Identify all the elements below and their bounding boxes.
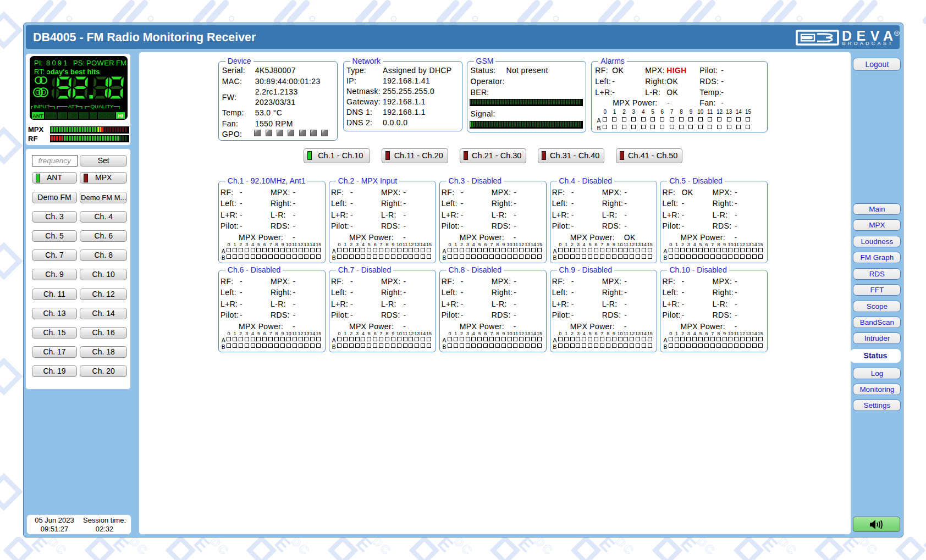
svg-text:BROADCAST: BROADCAST — [842, 41, 894, 46]
svg-text:DC: DC — [370, 537, 394, 558]
svg-text:E: E — [758, 537, 782, 556]
svg-text:E: E — [190, 537, 214, 556]
svg-text:E: E — [596, 537, 619, 556]
svg-text:DC: DC — [288, 537, 312, 558]
svg-text:E: E — [677, 537, 701, 556]
svg-text:INPUT: INPUT — [34, 103, 49, 109]
svg-text:DC: DC — [532, 537, 556, 558]
svg-text:DC: DC — [856, 537, 880, 558]
svg-text:E: E — [352, 537, 376, 556]
svg-text:E: E — [839, 537, 863, 556]
svg-text:E: E — [28, 537, 52, 556]
svg-text:E: E — [271, 537, 295, 556]
svg-text:DC: DC — [694, 537, 718, 558]
svg-text:DC: DC — [613, 537, 637, 558]
svg-text:DC: DC — [775, 537, 800, 558]
svg-text:R: R — [895, 31, 899, 36]
svg-text:DC: DC — [126, 537, 151, 558]
svg-text:QUALITY: QUALITY — [91, 103, 114, 109]
svg-text:DC: DC — [45, 537, 69, 558]
svg-text:E: E — [109, 537, 133, 556]
svg-text:DC: DC — [207, 537, 232, 558]
svg-text:ATT: ATT — [68, 103, 78, 109]
svg-text:E: E — [434, 537, 458, 556]
svg-text:DC: DC — [451, 537, 475, 558]
svg-text:E: E — [515, 537, 538, 556]
